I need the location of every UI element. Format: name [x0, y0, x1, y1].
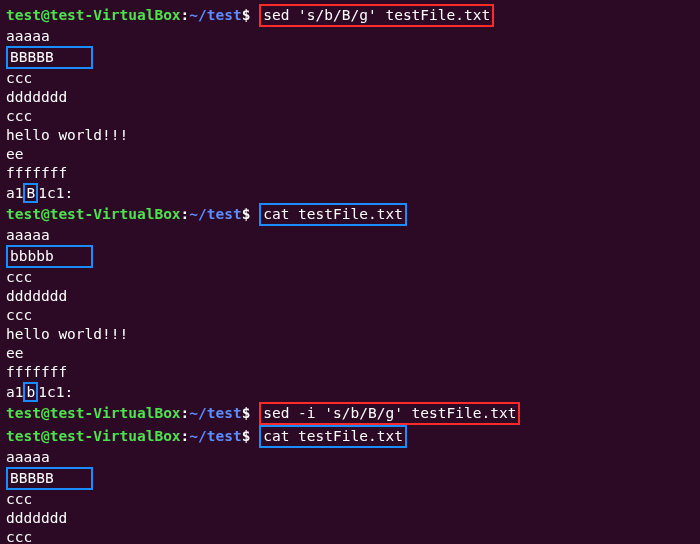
prompt-dollar: $: [242, 206, 251, 222]
cmd-cat2-highlight: cat testFile.txt: [259, 425, 407, 448]
output-line: aaaaa: [6, 226, 694, 245]
prompt-dollar: $: [242, 405, 251, 421]
output-highlight-bbbbb: BBBBB: [6, 467, 93, 490]
output-highlight-bbbbb: BBBBB: [6, 46, 93, 69]
prompt-line-4: test@test-VirtualBox:~/test$ cat testFil…: [6, 425, 694, 448]
output-line: BBBBB: [6, 46, 694, 69]
prompt-host: test-VirtualBox: [50, 428, 181, 444]
prompt-path: ~/test: [189, 7, 241, 23]
cmd-cat-highlight: cat testFile.txt: [259, 203, 407, 226]
output-pad: [54, 49, 89, 65]
prompt-host: test-VirtualBox: [50, 405, 181, 421]
prompt-host: test-VirtualBox: [50, 7, 181, 23]
output-line: ee: [6, 145, 694, 164]
terminal[interactable]: test@test-VirtualBox:~/test$ sed 's/b/B/…: [6, 4, 694, 544]
prompt-dollar: $: [242, 428, 251, 444]
prompt-path: ~/test: [189, 428, 241, 444]
output-line: ee: [6, 344, 694, 363]
output-line: aaaaa: [6, 448, 694, 467]
output-text: b: [26, 384, 35, 400]
output-line: BBBBB: [6, 467, 694, 490]
prompt-host: test-VirtualBox: [50, 206, 181, 222]
output-line: bbbbb: [6, 245, 694, 268]
cmd-sed-i-highlight: sed -i 's/b/B/g' testFile.txt: [259, 402, 520, 425]
output-line: ccc: [6, 107, 694, 126]
prompt-user: test: [6, 405, 41, 421]
output-text: 1c1:: [38, 185, 73, 201]
output-text: a1: [6, 384, 23, 400]
output-text: BBBBB: [10, 49, 54, 65]
output-line: aaaaa: [6, 27, 694, 46]
prompt-at: @: [41, 428, 50, 444]
prompt-path: ~/test: [189, 206, 241, 222]
output-line: fffffff: [6, 363, 694, 382]
cmd-cat: cat testFile.txt: [263, 206, 403, 222]
prompt-line-1: test@test-VirtualBox:~/test$ sed 's/b/B/…: [6, 4, 694, 27]
output-highlight-bbbbb: bbbbb: [6, 245, 93, 268]
prompt-line-2: test@test-VirtualBox:~/test$ cat testFil…: [6, 203, 694, 226]
output-text: a1: [6, 185, 23, 201]
output-line: ccc: [6, 268, 694, 287]
cmd-sed: sed 's/b/B/g' testFile.txt: [263, 7, 490, 23]
output-pad: [54, 248, 89, 264]
output-line: ddddddd: [6, 287, 694, 306]
output-line: ccc: [6, 528, 694, 544]
output-line: ccc: [6, 69, 694, 88]
prompt-at: @: [41, 405, 50, 421]
output-text: bbbbb: [10, 248, 54, 264]
cmd-sed-i: sed -i 's/b/B/g' testFile.txt: [263, 405, 516, 421]
output-line: hello world!!!: [6, 126, 694, 145]
output-highlight-char: b: [23, 382, 38, 402]
cmd-cat2: cat testFile.txt: [263, 428, 403, 444]
prompt-user: test: [6, 428, 41, 444]
output-line: a1B1c1:: [6, 183, 694, 203]
output-highlight-char: B: [23, 183, 38, 203]
output-line: fffffff: [6, 164, 694, 183]
output-line: ddddddd: [6, 509, 694, 528]
prompt-at: @: [41, 7, 50, 23]
output-text: 1c1:: [38, 384, 73, 400]
output-text: B: [26, 185, 35, 201]
cmd-sed-highlight: sed 's/b/B/g' testFile.txt: [259, 4, 494, 27]
prompt-dollar: $: [242, 7, 251, 23]
output-line: a1b1c1:: [6, 382, 694, 402]
output-line: ddddddd: [6, 88, 694, 107]
output-line: hello world!!!: [6, 325, 694, 344]
output-line: ccc: [6, 490, 694, 509]
prompt-user: test: [6, 7, 41, 23]
prompt-user: test: [6, 206, 41, 222]
prompt-at: @: [41, 206, 50, 222]
prompt-line-3: test@test-VirtualBox:~/test$ sed -i 's/b…: [6, 402, 694, 425]
output-line: ccc: [6, 306, 694, 325]
output-pad: [54, 470, 89, 486]
prompt-path: ~/test: [189, 405, 241, 421]
output-text: BBBBB: [10, 470, 54, 486]
